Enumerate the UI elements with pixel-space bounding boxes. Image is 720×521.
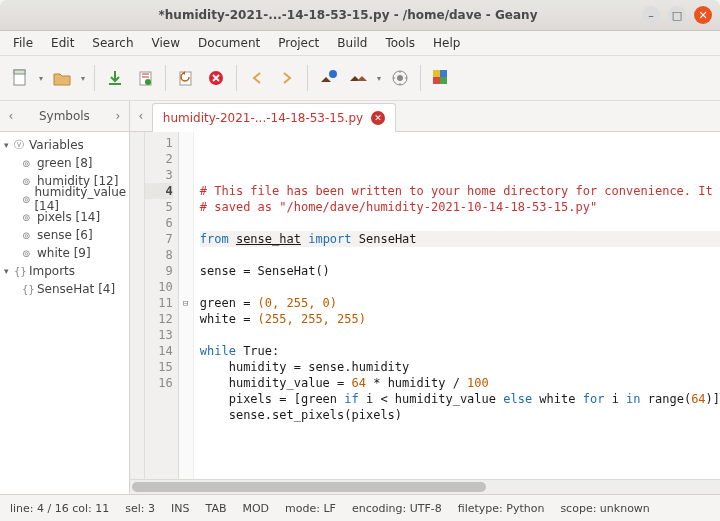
horizontal-scrollbar-thumb[interactable] [132, 482, 486, 492]
status-filetype: filetype: Python [458, 502, 545, 515]
minimize-button[interactable]: – [642, 6, 660, 24]
status-modified: MOD [242, 502, 269, 515]
sidebar-tab-next[interactable]: › [107, 109, 129, 123]
fold-margin[interactable]: ⊟ [179, 132, 194, 479]
close-doc-button[interactable] [202, 64, 230, 92]
document-tabstrip: ‹ humidity-2021-...-14-18-53-15.py ✕ [130, 101, 720, 132]
menu-view[interactable]: View [143, 33, 189, 53]
open-file-button[interactable] [48, 64, 76, 92]
document-tab-close-icon[interactable]: ✕ [371, 111, 385, 125]
tree-item[interactable]: ⊚ humidity_value [14] [0, 190, 129, 208]
status-scope: scope: unknown [560, 502, 649, 515]
menubar: File Edit Search View Document Project B… [0, 31, 720, 56]
code-content[interactable]: # This file has been written to your hom… [194, 132, 720, 479]
build-button[interactable] [344, 64, 372, 92]
tree-item[interactable]: {} SenseHat [4] [0, 280, 129, 298]
menu-search[interactable]: Search [83, 33, 142, 53]
tree-group[interactable]: ▾{} Imports [0, 262, 129, 280]
svg-point-9 [397, 75, 403, 81]
menu-tools[interactable]: Tools [376, 33, 424, 53]
close-button[interactable]: ✕ [694, 6, 712, 24]
code-editor[interactable]: 12345678910111213141516 ⊟ # This file ha… [130, 132, 720, 479]
titlebar: *humidity-2021-...-14-18-53-15.py - /hom… [0, 0, 720, 31]
tree-group[interactable]: ▾ⓥ Variables [0, 136, 129, 154]
status-selection: sel: 3 [125, 502, 155, 515]
document-tab[interactable]: humidity-2021-...-14-18-53-15.py ✕ [152, 103, 396, 132]
nav-forward-button[interactable] [273, 64, 301, 92]
svg-rect-11 [440, 70, 447, 77]
tree-item[interactable]: ⊚ green [8] [0, 154, 129, 172]
maximize-button[interactable]: □ [668, 6, 686, 24]
tree-item[interactable]: ⊚ sense [6] [0, 226, 129, 244]
open-recent-dropdown[interactable]: ▾ [78, 64, 88, 92]
statusbar: line: 4 / 16 col: 11 sel: 3 INS TAB MOD … [0, 494, 720, 521]
save-all-button[interactable] [131, 64, 159, 92]
save-button[interactable] [101, 64, 129, 92]
status-position: line: 4 / 16 col: 11 [10, 502, 109, 515]
symbols-tree[interactable]: ▾ⓥ Variables⊚ green [8]⊚ humidity [12]⊚ … [0, 132, 129, 494]
menu-edit[interactable]: Edit [42, 33, 83, 53]
menu-build[interactable]: Build [328, 33, 376, 53]
tabstrip-prev[interactable]: ‹ [130, 109, 152, 123]
toolbar: ▾ ▾ ▾ [0, 56, 720, 101]
sidebar: ‹ Symbols › ▾ⓥ Variables⊚ green [8]⊚ hum… [0, 101, 130, 494]
menu-document[interactable]: Document [189, 33, 269, 53]
status-tab: TAB [206, 502, 227, 515]
svg-point-4 [145, 79, 151, 85]
status-insert: INS [171, 502, 189, 515]
menu-project[interactable]: Project [269, 33, 328, 53]
horizontal-scrollbar[interactable] [130, 479, 720, 494]
svg-rect-2 [109, 83, 121, 85]
menu-help[interactable]: Help [424, 33, 469, 53]
marker-margin [130, 132, 145, 479]
color-chooser-button[interactable] [427, 64, 455, 92]
nav-back-button[interactable] [243, 64, 271, 92]
svg-rect-10 [433, 70, 440, 77]
svg-point-7 [329, 70, 337, 78]
run-button[interactable] [386, 64, 414, 92]
new-file-button[interactable] [6, 64, 34, 92]
revert-button[interactable] [172, 64, 200, 92]
status-encoding: encoding: UTF-8 [352, 502, 442, 515]
build-dropdown[interactable]: ▾ [374, 64, 384, 92]
line-number-gutter[interactable]: 12345678910111213141516 [145, 132, 179, 479]
new-file-dropdown[interactable]: ▾ [36, 64, 46, 92]
sidebar-tab-prev[interactable]: ‹ [0, 109, 22, 123]
menu-file[interactable]: File [4, 33, 42, 53]
sidebar-tab-label[interactable]: Symbols [22, 105, 107, 127]
window-title: *humidity-2021-...-14-18-53-15.py - /hom… [62, 8, 634, 22]
svg-rect-1 [14, 70, 25, 74]
svg-rect-12 [433, 77, 440, 84]
tree-item[interactable]: ⊚ white [9] [0, 244, 129, 262]
document-tab-label: humidity-2021-...-14-18-53-15.py [163, 111, 363, 125]
compile-button[interactable] [314, 64, 342, 92]
status-mode: mode: LF [285, 502, 336, 515]
svg-rect-13 [440, 77, 447, 84]
